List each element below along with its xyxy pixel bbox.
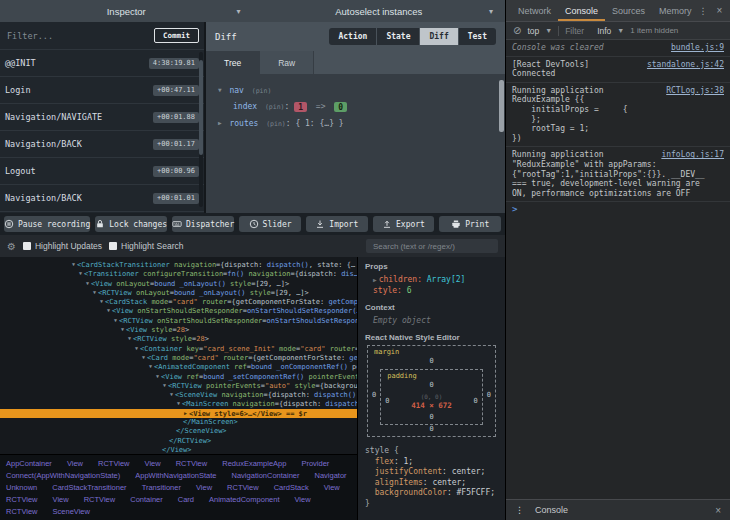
collapse-arrow-icon[interactable]: ▼ — [79, 270, 82, 276]
highlight-updates-checkbox[interactable]: Highlight Updates — [23, 241, 102, 251]
execution-context-selector[interactable]: top — [527, 26, 539, 36]
lock-changes-button[interactable]: Lock changes — [95, 216, 167, 232]
tree-row[interactable]: ▼<RCTView pointerEvents="auto" style={ba… — [0, 381, 357, 390]
padding-top-value[interactable]: 0 — [385, 381, 478, 390]
tab-network[interactable]: Network — [511, 0, 558, 21]
breadcrumb-item[interactable]: Navigator — [312, 470, 350, 481]
tab-sources[interactable]: Sources — [605, 0, 652, 21]
collapse-arrow-icon[interactable]: ▼ — [114, 317, 117, 323]
props-row[interactable]: ▶children: Array[2] — [365, 274, 498, 285]
diff-node-nav[interactable]: ▼ nav (pin) — [218, 82, 493, 99]
breadcrumb-item[interactable]: View — [50, 494, 72, 505]
breadcrumb-item[interactable]: RCTView — [3, 494, 41, 505]
breadcrumb-item[interactable]: Unknown — [3, 482, 40, 493]
collapse-arrow-icon[interactable]: ▼ — [128, 335, 131, 341]
pin-button[interactable]: (pin) — [265, 103, 285, 111]
highlight-search-checkbox[interactable]: Highlight Search — [109, 241, 183, 251]
tree-row[interactable]: ▼<View onLayout=bound _onLayout() style=… — [0, 279, 357, 288]
tree-row[interactable]: </MainScreen> — [0, 418, 357, 427]
import-button[interactable]: Import — [306, 216, 368, 232]
breadcrumb-item[interactable]: NavigationContainer — [229, 470, 303, 481]
tree-row[interactable]: ▼<View ref=bound _setComponentRef() poin… — [0, 372, 357, 381]
diff-node-routes[interactable]: ▶ routes (pin): { 1: {…} } — [218, 115, 493, 132]
style-rule[interactable]: backgroundColor: #F5FCFF; — [365, 488, 498, 499]
breadcrumb-item[interactable]: CardStackTransitioner — [49, 482, 129, 493]
breadcrumb-item[interactable]: Container — [127, 494, 166, 505]
diff-mode-state[interactable]: State — [377, 28, 420, 45]
dispatcher-button[interactable]: Dispatcher — [172, 216, 234, 232]
breadcrumb-item[interactable]: ReduxExampleApp — [219, 458, 289, 469]
breadcrumb-item[interactable]: View — [142, 458, 164, 469]
diff-mode-test[interactable]: Test — [459, 28, 496, 45]
pin-button[interactable]: (pin) — [266, 120, 286, 128]
breadcrumb-item[interactable]: AppWithNavigationState — [132, 470, 219, 481]
breadcrumb-item[interactable]: RCTView — [224, 482, 262, 493]
tree-row[interactable]: ▼<View onStartShouldSetResponder=onStart… — [0, 306, 357, 315]
collapse-arrow-icon[interactable]: ▼ — [170, 391, 173, 397]
expand-arrow-icon[interactable]: ▶ — [373, 276, 377, 283]
close-icon[interactable]: × — [715, 505, 721, 516]
drawer-console-tab[interactable]: Console — [535, 505, 568, 515]
tree-row[interactable]: ▼<Container key="card_scene_Init" mode="… — [0, 344, 357, 353]
padding-bottom-value[interactable]: 0 — [385, 413, 478, 422]
diff-mode-diff[interactable]: Diff — [420, 28, 458, 45]
breadcrumb-item[interactable]: Connect(AppWithNavigationState) — [3, 470, 123, 481]
collapse-arrow-icon[interactable]: ▼ — [177, 400, 180, 406]
breadcrumb-item[interactable]: View — [64, 458, 86, 469]
collapse-arrow-icon[interactable]: ▼ — [72, 261, 75, 267]
action-list-item[interactable]: Login+00:47.11 — [0, 77, 204, 104]
inspector-header-dropdown[interactable]: Inspector ▾ — [0, 0, 253, 22]
collapse-arrow-icon[interactable]: ▼ — [107, 307, 110, 313]
margin-top-value[interactable]: 0 — [372, 357, 491, 366]
collapse-arrow-icon[interactable]: ▼ — [121, 326, 124, 332]
filter-input[interactable] — [5, 30, 150, 42]
tree-row[interactable]: </SceneView> — [0, 427, 357, 436]
breadcrumb-item[interactable]: RCTView — [95, 458, 133, 469]
commit-button[interactable]: Commit — [154, 28, 199, 43]
collapse-arrow-icon[interactable]: ▼ — [163, 382, 166, 388]
collapse-arrow-icon[interactable]: ▼ — [149, 363, 152, 369]
collapse-arrow-icon[interactable]: ▼ — [100, 298, 103, 304]
tree-row[interactable]: </RCTView> — [0, 437, 357, 446]
autoselect-instances-dropdown[interactable]: Autoselect instances ▾ — [253, 0, 506, 22]
console-filter-input[interactable] — [565, 26, 591, 36]
tree-row[interactable]: ▼<SceneView navigation={dispatch: dispat… — [0, 390, 357, 399]
collapse-arrow-icon[interactable]: ▼ — [156, 373, 159, 379]
action-list-item[interactable]: Navigation/BACK+00:01.01 — [0, 185, 204, 212]
collapse-arrow-icon[interactable]: ▼ — [86, 280, 89, 286]
action-list-item[interactable]: Logout+00:00.96 — [0, 158, 204, 185]
collapse-arrow-icon[interactable]: ▼ — [93, 289, 96, 295]
collapse-arrow-icon[interactable]: ▼ — [142, 354, 145, 360]
style-rule[interactable]: justifyContent: center; — [365, 467, 498, 478]
source-link[interactable]: RCTLog.js:38 — [666, 86, 724, 96]
breadcrumb-item[interactable]: RCTView — [173, 458, 211, 469]
print-button[interactable]: Print — [439, 216, 501, 232]
tree-row[interactable]: ▼<MainScreen navigation={dispatch: dispa… — [0, 399, 357, 408]
tab-memory[interactable]: Memory — [652, 0, 699, 21]
margin-bottom-value[interactable]: 0 — [372, 425, 491, 434]
tree-row[interactable]: ▼<Transitioner configureTransition=fn() … — [0, 269, 357, 278]
search-input[interactable] — [366, 239, 498, 253]
tree-row[interactable]: </View> — [0, 446, 357, 454]
breadcrumb-item[interactable]: SceneView — [50, 506, 93, 517]
tree-row[interactable]: ▼<RCTView onLayout=bound _onLayout() sty… — [0, 288, 357, 297]
action-list-item[interactable]: Navigation/BACK+00:01.17 — [0, 131, 204, 158]
breadcrumb-item[interactable]: CardStack — [271, 482, 312, 493]
breadcrumb-item[interactable]: RCTView — [81, 494, 119, 505]
tree-row[interactable]: ▼<CardStackTransitioner navigation={disp… — [0, 260, 357, 269]
breadcrumb-item[interactable]: Transitioner — [139, 482, 184, 493]
tree-row[interactable]: ▼<RCTView style=28> — [0, 334, 357, 343]
scrollbar[interactable] — [199, 52, 203, 207]
breadcrumb-item[interactable]: Provider — [298, 458, 332, 469]
scrollbar[interactable] — [499, 80, 504, 132]
tree-row[interactable]: ▼<View style=28> — [0, 325, 357, 334]
breadcrumb-item[interactable]: View — [193, 482, 215, 493]
action-list-item[interactable]: Navigation/NAVIGATE+00:01.88 — [0, 104, 204, 131]
collapse-arrow-icon[interactable]: ▼ — [135, 345, 138, 351]
source-link[interactable]: standalone.js:42 — [647, 60, 724, 70]
breadcrumb-item[interactable]: View — [291, 494, 313, 505]
style-rule[interactable]: alignItems: center; — [365, 478, 498, 489]
pin-button[interactable]: (pin) — [252, 87, 272, 95]
source-link[interactable]: infoLog.js:17 — [661, 150, 724, 160]
breadcrumb-item[interactable]: RCTView — [3, 506, 41, 517]
